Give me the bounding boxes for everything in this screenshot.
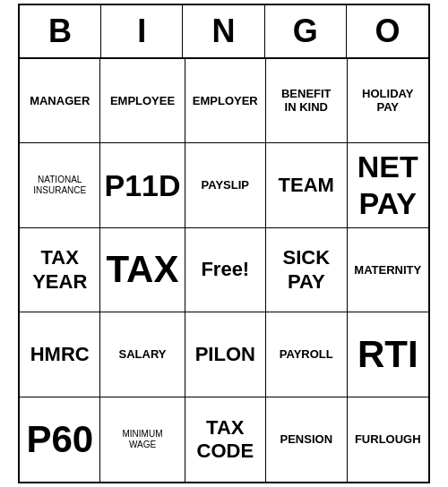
bingo-cell-21: MINIMUMWAGE (100, 397, 185, 483)
bingo-cell-17: PILON (185, 312, 266, 397)
cell-text-3: BENEFITIN KIND (281, 87, 332, 115)
bingo-cell-11: TAX (100, 228, 185, 313)
cell-text-9: NETPAY (358, 149, 418, 222)
bingo-cell-9: NETPAY (348, 143, 428, 228)
cell-text-22: TAXCODE (197, 416, 254, 464)
cell-text-16: SALARY (119, 347, 167, 362)
cell-text-11: TAX (107, 247, 179, 292)
bingo-cell-7: PAYSLIP (185, 143, 266, 228)
cell-text-20: P60 (26, 417, 93, 462)
bingo-cell-24: FURLOUGH (348, 397, 428, 483)
bingo-cell-1: EMPLOYEE (100, 59, 185, 144)
bingo-cell-15: HMRC (20, 312, 100, 397)
bingo-cell-3: BENEFITIN KIND (266, 59, 347, 144)
cell-text-10: TAXYEAR (32, 246, 87, 294)
bingo-cell-13: SICKPAY (266, 228, 347, 313)
cell-text-4: HOLIDAYPAY (362, 87, 413, 115)
cell-text-15: HMRC (30, 343, 90, 366)
bingo-cell-8: TEAM (266, 143, 347, 228)
header-letter-b: B (20, 5, 101, 57)
cell-text-21: MINIMUMWAGE (123, 429, 163, 450)
cell-text-12: Free! (201, 258, 249, 281)
bingo-cell-18: PAYROLL (266, 312, 347, 397)
cell-text-0: MANAGER (30, 94, 90, 108)
header-letter-g: G (265, 5, 347, 57)
bingo-card: BINGO MANAGEREMPLOYEEEMPLOYERBENEFITIN K… (18, 4, 430, 484)
bingo-cell-14: MATERNITY (348, 228, 428, 313)
header-letter-n: N (183, 5, 264, 57)
cell-text-2: EMPLOYER (193, 94, 258, 108)
cell-text-24: FURLOUGH (355, 432, 421, 447)
cell-text-13: SICKPAY (282, 246, 330, 294)
bingo-cell-22: TAXCODE (185, 397, 266, 483)
cell-text-7: PAYSLIP (202, 178, 249, 192)
bingo-header: BINGO (20, 5, 428, 59)
bingo-cell-10: TAXYEAR (20, 228, 100, 313)
cell-text-17: PILON (195, 343, 255, 366)
bingo-cell-2: EMPLOYER (185, 59, 266, 144)
header-letter-o: O (347, 5, 428, 57)
bingo-cell-23: PENSION (266, 397, 347, 483)
bingo-cell-16: SALARY (100, 312, 185, 397)
bingo-cell-6: P11D (100, 143, 185, 228)
bingo-cell-4: HOLIDAYPAY (348, 59, 428, 144)
bingo-cell-20: P60 (20, 397, 100, 483)
bingo-grid: MANAGEREMPLOYEEEMPLOYERBENEFITIN KINDHOL… (20, 59, 428, 483)
cell-text-6: P11D (104, 167, 180, 204)
cell-text-8: TEAM (279, 174, 334, 197)
bingo-cell-19: RTI (348, 312, 428, 397)
header-letter-i: I (101, 5, 183, 57)
cell-text-18: PAYROLL (280, 347, 333, 362)
cell-text-5: NATIONALINSURANCE (33, 175, 86, 196)
cell-text-1: EMPLOYEE (110, 94, 175, 108)
cell-text-14: MATERNITY (354, 263, 421, 278)
bingo-cell-0: MANAGER (20, 59, 100, 144)
cell-text-19: RTI (358, 332, 418, 377)
cell-text-23: PENSION (280, 432, 333, 447)
bingo-cell-12: Free! (185, 228, 266, 313)
bingo-cell-5: NATIONALINSURANCE (20, 143, 100, 228)
